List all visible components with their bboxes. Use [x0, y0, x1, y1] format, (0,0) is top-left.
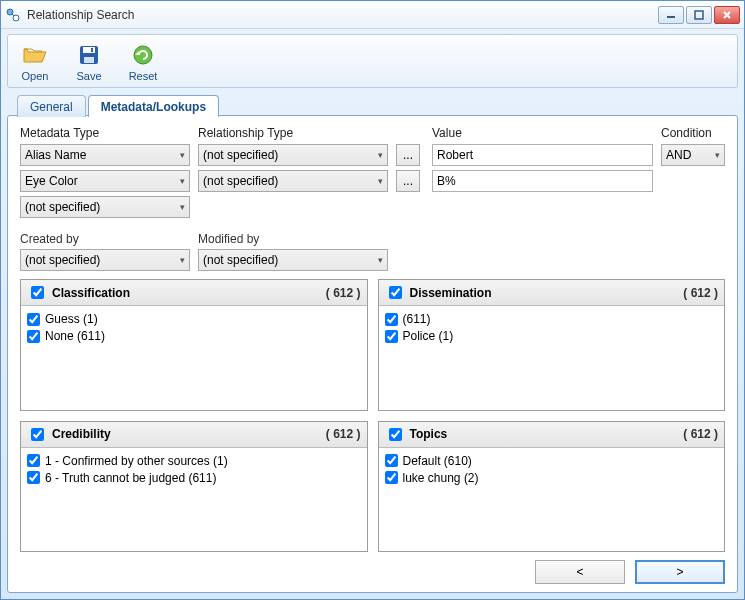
classification-item-label: None (611): [45, 329, 105, 343]
chevron-down-icon: ▾: [180, 176, 185, 186]
tab-strip: General Metadata/Lookups: [7, 92, 738, 116]
header-condition: Condition: [661, 126, 725, 140]
dissemination-title: Dissemination: [410, 286, 492, 300]
reset-icon: [129, 41, 157, 69]
dissemination-item-checkbox[interactable]: [385, 313, 398, 326]
folder-open-icon: [21, 41, 49, 69]
window-buttons: [658, 6, 740, 24]
svg-rect-9: [84, 57, 94, 63]
credibility-item-label: 6 - Truth cannot be judged (611): [45, 471, 216, 485]
topics-count: ( 612 ): [683, 427, 718, 441]
dissemination-count: ( 612 ): [683, 286, 718, 300]
credibility-count: ( 612 ): [326, 427, 361, 441]
classification-count: ( 612 ): [326, 286, 361, 300]
credibility-item-checkbox[interactable]: [27, 454, 40, 467]
titlebar: Relationship Search: [1, 1, 744, 29]
metadata-type-2[interactable]: Eye Color▾: [20, 170, 190, 192]
save-icon: [75, 41, 103, 69]
prev-button[interactable]: <: [535, 560, 625, 584]
modified-by-select[interactable]: (not specified)▾: [198, 249, 388, 271]
svg-line-2: [12, 14, 14, 16]
lookup-button-2[interactable]: ...: [396, 170, 420, 192]
classification-item-checkbox[interactable]: [27, 313, 40, 326]
svg-rect-8: [83, 47, 95, 53]
credibility-title: Credibility: [52, 427, 111, 441]
chevron-down-icon: ▾: [180, 255, 185, 265]
topics-item-label: luke chung (2): [403, 471, 479, 485]
open-label: Open: [22, 70, 49, 82]
classification-item-label: Guess (1): [45, 312, 98, 326]
save-label: Save: [76, 70, 101, 82]
save-button[interactable]: Save: [68, 37, 110, 85]
classification-item-checkbox[interactable]: [27, 330, 40, 343]
content-area: Open Save Reset General Metadata/Lookups: [1, 29, 744, 599]
lookup-button-1[interactable]: ...: [396, 144, 420, 166]
chevron-down-icon: ▾: [378, 150, 383, 160]
toolbar: Open Save Reset: [7, 34, 738, 88]
value-input-1[interactable]: [432, 144, 653, 166]
chevron-down-icon: ▾: [715, 150, 720, 160]
tab-general[interactable]: General: [17, 95, 86, 117]
tab-page-metadata: Metadata Type Relationship Type Value Co…: [7, 115, 738, 593]
chevron-down-icon: ▾: [180, 202, 185, 212]
topics-all-checkbox[interactable]: [389, 428, 402, 441]
dissemination-item-label: (611): [403, 312, 431, 326]
topics-item-checkbox[interactable]: [385, 471, 398, 484]
credibility-all-checkbox[interactable]: [31, 428, 44, 441]
open-button[interactable]: Open: [14, 37, 56, 85]
panel-dissemination: Dissemination ( 612 ) (611) Police (1): [378, 279, 726, 411]
header-value: Value: [432, 126, 653, 140]
minimize-button[interactable]: [658, 6, 684, 24]
svg-rect-10: [91, 48, 93, 52]
tab-metadata-lookups[interactable]: Metadata/Lookups: [88, 95, 219, 117]
value-input-2[interactable]: [432, 170, 653, 192]
metadata-type-3[interactable]: (not specified)▾: [20, 196, 190, 218]
panel-credibility: Credibility ( 612 ) 1 - Confirmed by oth…: [20, 421, 368, 553]
created-by-select[interactable]: (not specified)▾: [20, 249, 190, 271]
classification-title: Classification: [52, 286, 130, 300]
classification-all-checkbox[interactable]: [31, 286, 44, 299]
topics-item-label: Default (610): [403, 454, 472, 468]
panel-topics: Topics ( 612 ) Default (610) luke chung …: [378, 421, 726, 553]
topics-title: Topics: [410, 427, 448, 441]
topics-item-checkbox[interactable]: [385, 454, 398, 467]
chevron-down-icon: ▾: [180, 150, 185, 160]
condition-select[interactable]: AND▾: [661, 144, 725, 166]
relationship-type-1[interactable]: (not specified)▾: [198, 144, 388, 166]
next-button[interactable]: >: [635, 560, 725, 584]
credibility-item-label: 1 - Confirmed by other sources (1): [45, 454, 228, 468]
dissemination-all-checkbox[interactable]: [389, 286, 402, 299]
metadata-type-1[interactable]: Alias Name▾: [20, 144, 190, 166]
chevron-down-icon: ▾: [378, 176, 383, 186]
app-icon: [5, 7, 21, 23]
svg-rect-4: [695, 11, 703, 19]
close-button[interactable]: [714, 6, 740, 24]
dissemination-item-checkbox[interactable]: [385, 330, 398, 343]
maximize-button[interactable]: [686, 6, 712, 24]
reset-label: Reset: [129, 70, 158, 82]
window-title: Relationship Search: [27, 8, 658, 22]
header-metadata-type: Metadata Type: [20, 126, 190, 140]
label-created-by: Created by: [20, 232, 190, 246]
reset-button[interactable]: Reset: [122, 37, 164, 85]
relationship-type-2[interactable]: (not specified)▾: [198, 170, 388, 192]
panel-classification: Classification ( 612 ) Guess (1) None (6…: [20, 279, 368, 411]
label-modified-by: Modified by: [198, 232, 388, 246]
credibility-item-checkbox[interactable]: [27, 471, 40, 484]
header-relationship-type: Relationship Type: [198, 126, 388, 140]
app-window: Relationship Search Open Save: [0, 0, 745, 600]
dissemination-item-label: Police (1): [403, 329, 454, 343]
chevron-down-icon: ▾: [378, 255, 383, 265]
